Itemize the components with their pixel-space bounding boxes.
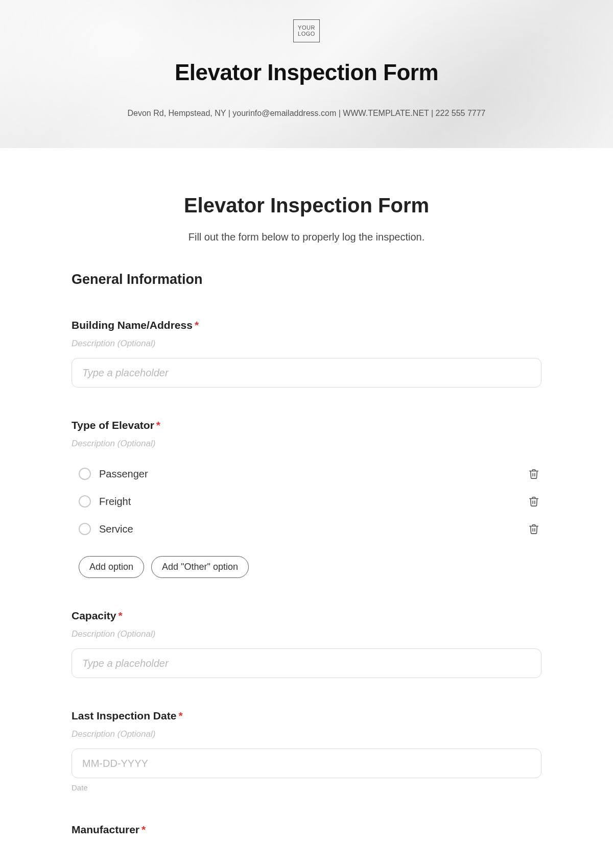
field-label: Type of Elevator* — [72, 419, 541, 431]
required-asterisk: * — [156, 419, 160, 431]
hero-title: Elevator Inspection Form — [0, 60, 613, 85]
field-type-of-elevator: Type of Elevator* Description (Optional)… — [72, 419, 541, 578]
field-label: Manufacturer* — [72, 824, 541, 836]
required-asterisk: * — [178, 710, 182, 721]
required-asterisk: * — [142, 824, 146, 835]
field-last-inspection-date: Last Inspection Date* Description (Optio… — [72, 710, 541, 792]
logo-line-2: LOGO — [298, 31, 315, 37]
field-description-placeholder[interactable]: Description (Optional) — [72, 729, 541, 739]
add-option-button[interactable]: Add option — [79, 556, 144, 578]
option-buttons-row: Add option Add "Other" option — [72, 556, 541, 578]
radio-option-passenger: Passenger — [72, 460, 541, 488]
capacity-input[interactable] — [72, 648, 541, 678]
last-inspection-date-input[interactable] — [72, 749, 541, 778]
radio-label[interactable]: Passenger — [99, 468, 148, 480]
label-text: Capacity — [72, 610, 116, 621]
radio-button[interactable] — [79, 468, 91, 480]
field-label: Last Inspection Date* — [72, 710, 541, 722]
elevator-type-options: Passenger Freight Service — [72, 460, 541, 543]
form-subtitle: Fill out the form below to properly log … — [72, 231, 541, 243]
add-other-option-button[interactable]: Add "Other" option — [151, 556, 249, 578]
form-page: Elevator Inspection Form Fill out the fo… — [61, 148, 552, 866]
field-building-name-address: Building Name/Address* Description (Opti… — [72, 319, 541, 388]
field-description-placeholder[interactable]: Description (Optional) — [72, 629, 541, 639]
field-capacity: Capacity* Description (Optional) — [72, 610, 541, 678]
required-asterisk: * — [119, 610, 123, 621]
radio-label[interactable]: Service — [99, 523, 133, 535]
radio-label[interactable]: Freight — [99, 496, 131, 508]
required-asterisk: * — [195, 319, 199, 331]
field-description-placeholder[interactable]: Description (Optional) — [72, 339, 541, 349]
form-title: Elevator Inspection Form — [72, 194, 541, 217]
label-text: Type of Elevator — [72, 419, 154, 431]
field-description-placeholder[interactable]: Description (Optional) — [72, 439, 541, 449]
label-text: Manufacturer — [72, 824, 139, 835]
label-text: Building Name/Address — [72, 319, 193, 331]
field-label: Building Name/Address* — [72, 319, 541, 331]
delete-option-button[interactable] — [526, 521, 541, 537]
label-text: Last Inspection Date — [72, 710, 176, 721]
trash-icon — [528, 523, 539, 535]
delete-option-button[interactable] — [526, 466, 541, 481]
field-manufacturer: Manufacturer* — [72, 824, 541, 836]
hero-contact-line: Devon Rd, Hempstead, NY | yourinfo@email… — [0, 109, 613, 118]
section-general-information: General Information — [72, 272, 541, 287]
trash-icon — [528, 468, 539, 479]
building-input[interactable] — [72, 358, 541, 388]
radio-button[interactable] — [79, 495, 91, 508]
date-helper-text: Date — [72, 783, 541, 792]
trash-icon — [528, 496, 539, 507]
radio-option-service: Service — [72, 515, 541, 543]
radio-button[interactable] — [79, 523, 91, 535]
radio-option-freight: Freight — [72, 488, 541, 515]
logo-line-1: YOUR — [298, 25, 315, 31]
hero-banner: YOUR LOGO Elevator Inspection Form Devon… — [0, 0, 613, 148]
logo-placeholder: YOUR LOGO — [293, 19, 320, 42]
delete-option-button[interactable] — [526, 494, 541, 509]
field-label: Capacity* — [72, 610, 541, 622]
